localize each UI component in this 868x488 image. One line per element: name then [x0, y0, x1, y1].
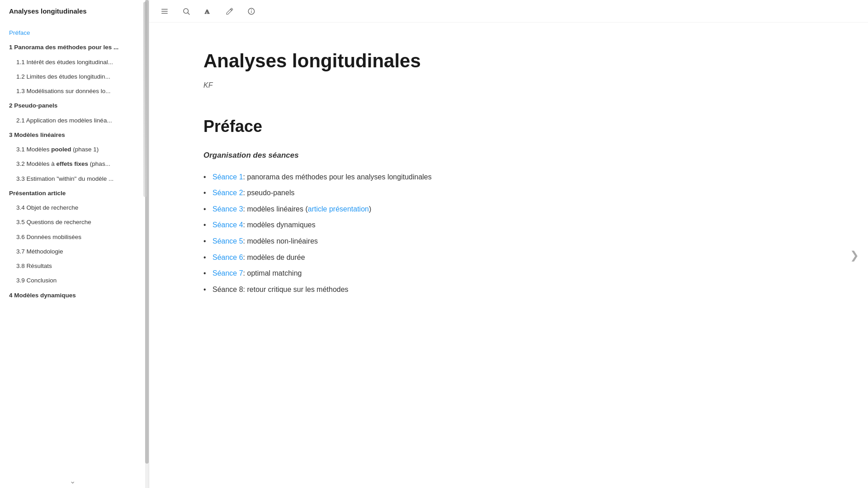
- next-page-arrow[interactable]: ❯: [850, 249, 859, 262]
- seance3-link[interactable]: Séance 3: [212, 205, 243, 213]
- sidebar-item-s3-5[interactable]: 3.5 Questions de recherche: [0, 215, 149, 230]
- sidebar-item-s3-4[interactable]: 3.4 Objet de recherche: [0, 201, 149, 215]
- sidebar-item-s3-1[interactable]: 3.1 Modèles pooled (phase 1): [0, 142, 149, 157]
- seance1-text: : panorama des méthodes pour les analyse…: [243, 173, 432, 181]
- scrollbar-thumb-top: [143, 2, 147, 197]
- content-list: Séance 1: panorama des méthodes pour les…: [203, 169, 832, 298]
- article-presentation-link[interactable]: article présentation: [308, 205, 369, 213]
- sidebar-item-s3-7[interactable]: 3.7 Méthodologie: [0, 244, 149, 259]
- sidebar-item-s1-1[interactable]: 1.1 Intérêt des études longitudinal...: [0, 55, 149, 70]
- list-item: Séance 2: pseudo-panels: [203, 185, 832, 201]
- svg-text:A: A: [205, 8, 209, 15]
- seance3-text: : modèles linéaires (: [243, 205, 308, 213]
- sidebar-item-ch3[interactable]: 3 Modèles linéaires: [0, 128, 149, 142]
- seance6-text: : modèles de durée: [243, 253, 305, 261]
- seance4-text: : modèles dynamiques: [243, 221, 316, 229]
- sidebar-scroll-down-arrow[interactable]: ⌄: [0, 474, 145, 488]
- list-item: Séance 7: optimal matching: [203, 265, 832, 282]
- sidebar-item-s1-3[interactable]: 1.3 Modélisations sur données lo...: [0, 84, 149, 99]
- sidebar-item-ch1[interactable]: 1 Panorama des méthodes pour les ...: [0, 40, 149, 55]
- list-item: Séance 8: retour critique sur les méthod…: [203, 282, 832, 298]
- toolbar: A: [149, 0, 868, 23]
- edit-icon[interactable]: [223, 5, 236, 18]
- seance4-link[interactable]: Séance 4: [212, 221, 243, 229]
- sidebar-header: Analyses longitudinales: [0, 0, 149, 22]
- sidebar-item-ch4[interactable]: 4 Modèles dynamiques: [0, 288, 149, 303]
- seance8-text: Séance 8: retour critique sur les méthod…: [212, 286, 349, 293]
- svg-line-4: [188, 13, 189, 14]
- svg-point-3: [184, 9, 189, 14]
- subsection-title: Organisation des séances: [203, 151, 832, 160]
- sidebar-item-ch2[interactable]: 2 Pseudo-panels: [0, 99, 149, 113]
- sidebar-item-preface[interactable]: Préface: [0, 26, 149, 40]
- seance3-close: ): [369, 205, 371, 213]
- seance1-link[interactable]: Séance 1: [212, 173, 243, 181]
- list-item: Séance 6: modèles de durée: [203, 249, 832, 266]
- seance5-text: : modèles non-linéaires: [243, 237, 318, 245]
- list-item: Séance 5: modèles non-linéaires: [203, 233, 832, 249]
- sidebar-item-s1-2[interactable]: 1.2 Limites des études longitudin...: [0, 70, 149, 84]
- sidebar-item-s3-2[interactable]: 3.2 Modèles à effets fixes (phas...: [0, 157, 149, 171]
- list-item: Séance 1: panorama des méthodes pour les…: [203, 169, 832, 185]
- sidebar: Analyses longitudinales Préface 1 Panora…: [0, 0, 149, 488]
- seance5-link[interactable]: Séance 5: [212, 237, 243, 245]
- book-title: Analyses longitudinales: [203, 50, 832, 72]
- sidebar-item-s3-6[interactable]: 3.6 Données mobilisées: [0, 230, 149, 244]
- sidebar-scroll[interactable]: Préface 1 Panorama des méthodes pour les…: [0, 22, 149, 488]
- font-icon[interactable]: A: [202, 5, 214, 18]
- info-icon[interactable]: [245, 5, 258, 18]
- list-item: Séance 4: modèles dynamiques: [203, 217, 832, 233]
- section-title: Préface: [203, 117, 832, 136]
- sidebar-item-s3-3[interactable]: 3.3 Estimation "within" du modèle ...: [0, 172, 149, 186]
- seance7-link[interactable]: Séance 7: [212, 269, 243, 277]
- seance2-text: : pseudo-panels: [243, 189, 295, 197]
- sidebar-item-presentation[interactable]: Présentation article: [0, 186, 149, 201]
- search-icon[interactable]: [180, 5, 193, 18]
- seance7-text: : optimal matching: [243, 269, 302, 277]
- book-author: KF: [203, 81, 832, 89]
- menu-icon[interactable]: [158, 5, 171, 18]
- sidebar-item-s3-8[interactable]: 3.8 Résultats: [0, 259, 149, 273]
- sidebar-item-s2-1[interactable]: 2.1 Application des modèles linéa...: [0, 113, 149, 128]
- seance2-link[interactable]: Séance 2: [212, 189, 243, 197]
- seance6-link[interactable]: Séance 6: [212, 253, 243, 261]
- sidebar-item-s3-9[interactable]: 3.9 Conclusion: [0, 273, 149, 288]
- list-item: Séance 3: modèles linéaires (article pré…: [203, 201, 832, 217]
- main-content: Analyses longitudinales KF Préface Organ…: [149, 23, 868, 488]
